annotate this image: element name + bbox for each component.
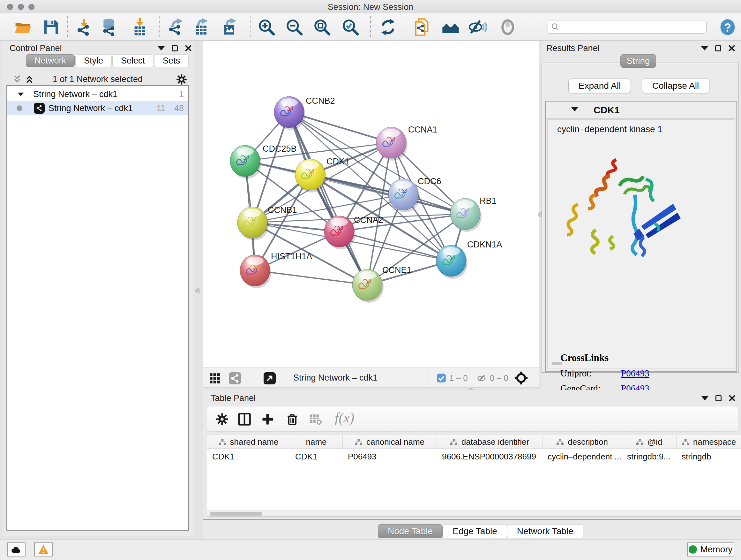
refresh-icon[interactable] xyxy=(379,18,397,36)
show-columns-icon[interactable] xyxy=(238,412,252,426)
export-table-icon[interactable] xyxy=(193,18,211,36)
network-node-cdk1[interactable]: CDK1 xyxy=(295,157,349,192)
table-cell[interactable]: CDK1 xyxy=(207,449,290,464)
clone-network-icon[interactable] xyxy=(414,18,431,36)
network-edge[interactable] xyxy=(310,175,465,214)
panel-menu-icon[interactable] xyxy=(701,46,708,51)
network-node-cdkn1a[interactable]: CDKN1A xyxy=(436,240,502,279)
table-cell[interactable]: 9606.ENSP00000378699 xyxy=(437,449,542,464)
tab-network-table[interactable]: Network Table xyxy=(507,524,583,538)
memory-button[interactable]: Memory xyxy=(687,543,734,557)
table-cell[interactable]: P06493 xyxy=(343,449,437,464)
close-panel-icon[interactable] xyxy=(185,45,192,52)
network-node-cdc6[interactable]: CDC6 xyxy=(388,177,441,212)
zoom-selected-icon[interactable] xyxy=(341,18,359,36)
search-input[interactable] xyxy=(559,21,706,33)
eye-icon[interactable] xyxy=(499,18,517,36)
network-node-hist1h1a[interactable]: HIST1H1A xyxy=(240,252,312,288)
network-node-ccne1[interactable]: CCNE1 xyxy=(352,265,412,303)
column-header-shared-name[interactable]: shared name xyxy=(207,435,290,449)
toolbar-separator xyxy=(509,371,509,385)
birdseye-grid-icon[interactable] xyxy=(209,372,221,384)
protein-section: CDK1 cyclin–dependent kinase 1 xyxy=(545,101,737,372)
string-results-box: Expand All Collapse All CDK1 cyclin–depe… xyxy=(542,63,739,373)
search-icon xyxy=(551,23,559,31)
home-networks-icon[interactable] xyxy=(442,18,460,36)
delete-column-trash-icon[interactable] xyxy=(285,412,299,426)
column-header--id[interactable]: @id xyxy=(622,435,677,449)
export-image-icon[interactable] xyxy=(221,18,239,36)
protein-section-header[interactable]: CDK1 xyxy=(546,102,736,119)
table-horizontal-scrollbar[interactable] xyxy=(207,510,741,516)
float-panel-icon[interactable] xyxy=(172,45,178,51)
column-header-namespace[interactable]: namespace xyxy=(677,435,741,449)
warning-status-button[interactable] xyxy=(34,543,53,557)
fit-selected-crosshair-icon[interactable] xyxy=(515,371,528,385)
open-session-icon[interactable] xyxy=(14,18,32,36)
network-canvas[interactable]: CCNB2CCNA1CDC25BCDK1CDC6RB1CCNB1CCNA2CDK… xyxy=(203,41,539,368)
table-row[interactable]: CDK1CDK1P064939606.ENSP00000378699cyclin… xyxy=(207,449,741,464)
panel-menu-icon[interactable] xyxy=(701,396,709,400)
zoom-out-icon[interactable] xyxy=(285,18,303,36)
network-node-ccna1[interactable]: CCNA1 xyxy=(376,125,437,161)
network-options-gear-icon[interactable] xyxy=(176,73,188,85)
close-panel-icon[interactable] xyxy=(729,395,736,401)
network-node-ccnb2[interactable]: CCNB2 xyxy=(274,96,335,130)
network-collection-row[interactable]: String Network – cdk1 1 xyxy=(7,87,188,101)
float-panel-icon[interactable] xyxy=(715,45,721,51)
collapse-triangle-icon[interactable] xyxy=(18,92,24,96)
table-options-gear-icon[interactable] xyxy=(215,412,229,426)
node-label: CCNB2 xyxy=(306,96,335,106)
scrollbar-thumb[interactable] xyxy=(210,512,262,516)
column-header-name[interactable]: name xyxy=(290,435,343,449)
import-table-icon[interactable] xyxy=(131,18,149,36)
tab-node-table[interactable]: Node Table xyxy=(378,524,443,538)
tab-edge-table[interactable]: Edge Table xyxy=(443,524,507,538)
status-bar: Memory xyxy=(0,540,741,560)
table-cell[interactable]: cyclin–dependent ... xyxy=(542,449,622,464)
export-network-icon[interactable] xyxy=(167,18,185,36)
collapse-all-button[interactable]: Collapse All xyxy=(642,78,710,93)
table-cell[interactable]: stringdb xyxy=(677,449,741,464)
open-in-window-icon[interactable] xyxy=(264,372,276,384)
tab-style[interactable]: Style xyxy=(75,54,112,67)
current-network-dot-icon xyxy=(17,105,22,111)
network-node-rb1[interactable]: RB1 xyxy=(450,196,496,232)
cloud-status-button[interactable] xyxy=(7,543,25,557)
tab-sets[interactable]: Sets xyxy=(154,54,189,67)
create-column-plus-icon[interactable] xyxy=(261,412,275,426)
table-cell[interactable]: stringdb:9... xyxy=(622,449,677,464)
network-node-cdc25b[interactable]: CDC25B xyxy=(230,144,297,179)
column-header-database-identifier[interactable]: database identifier xyxy=(437,435,542,449)
network-graph[interactable]: CCNB2CCNA1CDC25BCDK1CDC6RB1CCNB1CCNA2CDK… xyxy=(203,41,539,368)
panel-menu-icon[interactable] xyxy=(158,46,165,51)
import-network-icon[interactable] xyxy=(75,18,93,36)
save-session-icon[interactable] xyxy=(42,18,60,36)
zoom-fit-icon[interactable] xyxy=(313,18,331,36)
selected-checkbox-icon[interactable] xyxy=(436,373,446,383)
column-header-canonical-name[interactable]: canonical name xyxy=(343,435,437,449)
column-header-description[interactable]: description xyxy=(542,435,622,449)
float-panel-icon[interactable] xyxy=(716,395,722,401)
table-cell[interactable]: CDK1 xyxy=(290,449,343,464)
close-panel-icon[interactable] xyxy=(728,45,735,52)
network-row-selected[interactable]: String Network – cdk1 11 48 xyxy=(7,101,188,115)
protein-structure-image xyxy=(565,157,693,271)
column-header-label: canonical name xyxy=(366,437,424,447)
network-edge[interactable] xyxy=(255,270,367,285)
string-share-icon[interactable] xyxy=(229,372,241,384)
tab-select[interactable]: Select xyxy=(112,54,153,67)
crosslink-link[interactable]: P06493 xyxy=(621,368,650,378)
column-type-icon xyxy=(219,438,226,445)
left-splitter-handle[interactable] xyxy=(195,288,200,294)
tab-string[interactable]: String xyxy=(620,54,656,68)
results-scrollbar-thumb[interactable] xyxy=(551,362,562,365)
collapse-triangle-icon[interactable] xyxy=(571,107,578,111)
tab-network[interactable]: Network xyxy=(26,54,75,67)
table-type-tabs: Node TableEdge TableNetwork Table xyxy=(378,524,583,538)
zoom-in-icon[interactable] xyxy=(258,18,275,36)
import-network-from-database-icon[interactable] xyxy=(100,18,118,36)
hide-eye-waves-icon[interactable] xyxy=(469,18,487,36)
help-button[interactable]: ? xyxy=(719,18,736,36)
expand-all-button[interactable]: Expand All xyxy=(568,78,631,93)
